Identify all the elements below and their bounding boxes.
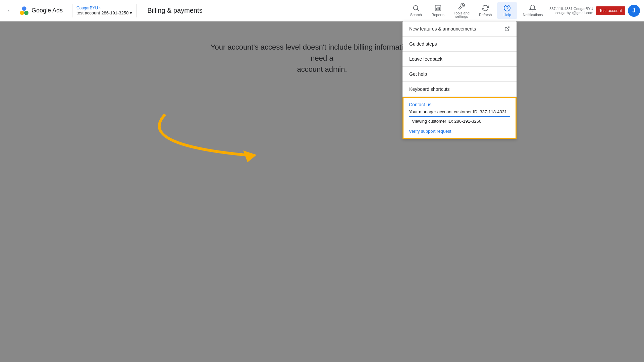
contact-us-section: Contact us Your manager account customer… — [402, 97, 517, 139]
logo-text: Google Ads — [32, 7, 63, 14]
svg-point-2 — [22, 6, 26, 11]
svg-point-0 — [20, 11, 24, 15]
svg-rect-6 — [436, 8, 437, 10]
keyboard-shortcuts-item[interactable]: Keyboard shortcuts — [402, 82, 517, 97]
help-dropdown: New features & announcements Guided step… — [402, 21, 517, 139]
leave-feedback-item[interactable]: Leave feedback — [402, 52, 517, 66]
page-title: Billing & payments — [147, 7, 406, 14]
account-right-info: 337-118-4331 CougarBYU cougarbyu@gmail.c… — [549, 7, 593, 15]
main-content: Your account's access level doesn't incl… — [0, 21, 644, 362]
search-button[interactable]: Search — [406, 2, 426, 19]
help-icon — [503, 4, 511, 12]
search-icon — [412, 4, 420, 12]
verify-support-link[interactable]: Verify support request — [409, 129, 451, 134]
avatar[interactable]: J — [628, 5, 640, 17]
divider2 — [136, 4, 137, 17]
svg-rect-7 — [437, 7, 438, 10]
svg-point-3 — [414, 6, 418, 10]
account-parent: CougarBYU › — [76, 6, 132, 10]
guided-steps-item[interactable]: Guided steps — [402, 37, 517, 51]
arrow-annotation — [111, 102, 329, 176]
svg-line-12 — [507, 27, 509, 29]
google-ads-logo: Google Ads — [19, 5, 63, 16]
refresh-icon — [482, 4, 489, 12]
reports-icon — [434, 4, 442, 12]
get-help-item[interactable]: Get help — [402, 67, 517, 81]
tools-icon — [458, 3, 465, 10]
refresh-button[interactable]: Refresh — [475, 2, 496, 19]
svg-marker-11 — [243, 150, 257, 162]
tools-settings-button[interactable]: Tools and settings — [450, 1, 474, 20]
reports-button[interactable]: Reports — [427, 2, 448, 19]
manager-id-label: Your manager account customer ID: 337-11… — [409, 109, 510, 114]
svg-rect-8 — [439, 7, 440, 10]
viewing-id-label: Viewing customer ID: 286-191-3250 — [409, 116, 510, 126]
notifications-button[interactable]: Notifications — [519, 2, 547, 19]
bell-icon — [529, 4, 536, 12]
nav-icons: Search Reports Tools and settings — [406, 1, 547, 20]
account-info: CougarBYU › test account 286-191-3250 ▾ — [76, 6, 132, 15]
back-button[interactable]: ← — [4, 4, 16, 17]
test-account-button[interactable]: Test account — [596, 6, 625, 15]
account-name[interactable]: test account 286-191-3250 ▾ — [76, 10, 132, 15]
new-features-item[interactable]: New features & announcements — [402, 21, 517, 36]
external-link-icon — [504, 26, 510, 32]
svg-point-1 — [24, 11, 29, 15]
divider — [72, 4, 72, 17]
help-button[interactable]: Help — [497, 2, 517, 19]
contact-us-title: Contact us — [409, 102, 510, 107]
topbar: ← Google Ads CougarBYU › test account 28… — [0, 0, 644, 21]
svg-line-4 — [417, 9, 419, 11]
